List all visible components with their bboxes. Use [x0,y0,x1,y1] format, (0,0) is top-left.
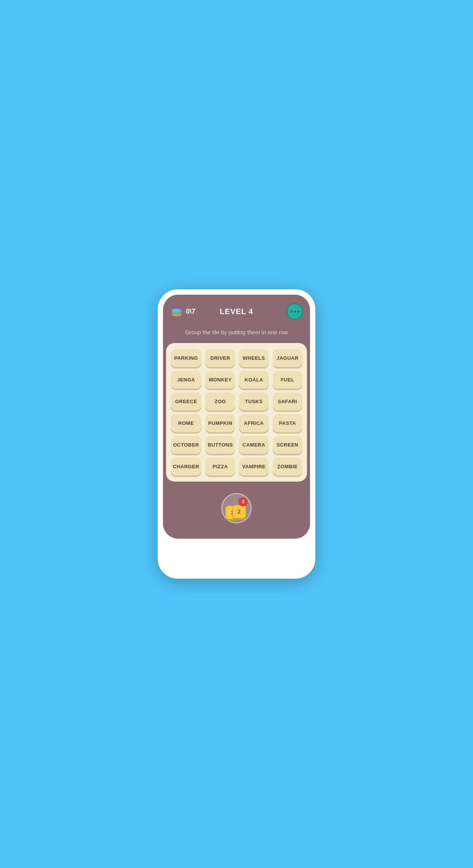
tile-africa[interactable]: AFRICA [239,414,268,432]
bottom-area: 1 2 3 [163,482,310,539]
header: 0\7 LEVEL 4 [163,295,310,327]
tile-rome[interactable]: ROME [171,414,201,432]
tile-jenga[interactable]: JENGA [171,371,201,389]
menu-button[interactable] [286,303,303,320]
shuffle-icon: 1 2 3 [225,497,248,519]
tile-vampire[interactable]: VAMPIRE [239,458,268,475]
tile-october[interactable]: OCTOBER [171,436,201,454]
instruction-text: Group the tile by putting them in one ro… [163,327,310,343]
phone-shell: 0\7 LEVEL 4 Group the tile by putting th… [158,289,315,579]
tile-pizza[interactable]: PIZZA [205,458,235,475]
tile-monkey[interactable]: MONKEY [205,371,235,389]
dot-2 [294,311,296,313]
score-badge: 0\7 [170,305,195,318]
tile-camera[interactable]: CAMERA [239,436,268,454]
tile-koala[interactable]: KOALA [239,371,268,389]
tile-greece[interactable]: GREECE [171,393,201,410]
tile-charger[interactable]: CHARGER [171,458,201,475]
tile-parking[interactable]: PARKING [171,349,201,367]
tile-stack-2: 2 [232,505,246,519]
tile-pasta[interactable]: PASTA [273,414,302,432]
tile-fuel[interactable]: FUEL [273,371,302,389]
tile-driver[interactable]: DRIVER [205,349,235,367]
tile-pumpkin[interactable]: PUMPKIN [205,414,235,432]
phone-inner: 0\7 LEVEL 4 Group the tile by putting th… [163,295,310,539]
tile-safari[interactable]: SAFARI [273,393,302,410]
tile-zombie[interactable]: ZOMBIE [273,458,302,475]
dot-3 [297,311,299,313]
level-title: LEVEL 4 [220,307,253,316]
tile-screen[interactable]: SCREEN [273,436,302,454]
tile-zoo[interactable]: ZOO [205,393,235,410]
tile-jaguar[interactable]: JAGUAR [273,349,302,367]
tile-wheels[interactable]: WHEELS [239,349,268,367]
shuffle-button[interactable]: 1 2 3 [221,493,252,523]
score-display: 0\7 [186,308,195,316]
shuffle-badge: 3 [238,497,248,506]
svg-point-2 [172,309,182,313]
tile-buttons[interactable]: BUTTONS [205,436,235,454]
dot-1 [291,311,292,313]
layers-icon [170,305,184,318]
tile-tusks[interactable]: TUSKS [239,393,268,410]
tile-grid: PARKINGDRIVERWHEELSJAGUARJENGAMONKEYKOAL… [166,343,307,482]
